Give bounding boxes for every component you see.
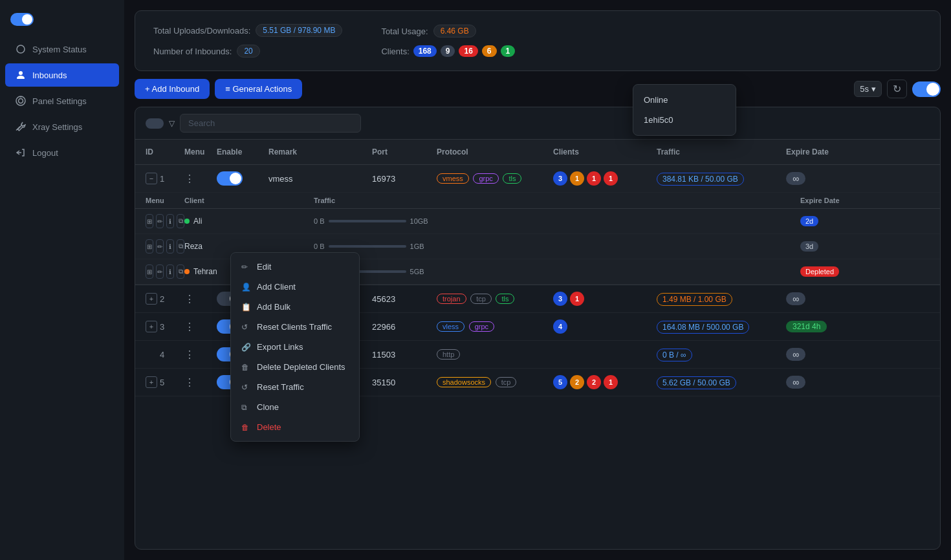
expire-badge-3: 321d 4h <box>786 321 827 332</box>
tooltip-1ehi5c0: 1ehi5c0 <box>633 110 736 130</box>
sidebar-item-inbounds[interactable]: Inbounds <box>5 63 119 87</box>
client-count-9[interactable]: 9 <box>441 45 455 57</box>
info-icon[interactable]: ℹ <box>166 264 174 279</box>
general-actions-button[interactable]: ≡ General Actions <box>215 79 302 99</box>
traffic-value-5: 5.62 GB / 50.00 GB <box>657 376 736 389</box>
toolbar: + Add Inbound ≡ General Actions 5s ▾ ↻ <box>135 79 941 99</box>
info-icon[interactable]: ℹ <box>166 214 174 228</box>
sidebar-item-panel-settings[interactable]: Panel Settings <box>5 89 119 113</box>
copy-icon[interactable]: ⧉ <box>177 214 184 228</box>
menu-btn-3[interactable]: ⋮ <box>184 321 217 333</box>
tag-tls: tls <box>503 173 521 184</box>
interval-value: 5s <box>860 84 869 94</box>
sub-header: Menu Client Traffic Expire Date <box>135 193 940 209</box>
cc-1b: 1 <box>587 171 601 186</box>
filter-icon: ▽ <box>169 119 175 128</box>
menu-export-links[interactable]: 🔗 Export Links <box>231 337 359 357</box>
search-input[interactable] <box>180 114 361 133</box>
menu-add-client[interactable]: 👤 Add Client <box>231 277 359 297</box>
menu-delete[interactable]: 🗑 Delete <box>231 417 359 437</box>
traffic-3: 164.08 MB / 500.00 GB <box>657 322 786 332</box>
stats-left: Total Uploads/Downloads: 5.51 GB / 978.9… <box>153 24 342 58</box>
cc-5: 5 <box>553 375 567 389</box>
add-inbound-button[interactable]: + Add Inbound <box>135 79 210 99</box>
toggle-1[interactable] <box>217 171 268 186</box>
copy-icon[interactable]: ⧉ <box>177 239 184 253</box>
filter-toggle[interactable] <box>146 118 164 129</box>
client-count-6[interactable]: 6 <box>482 45 497 57</box>
expire-4: ∞ <box>786 348 877 361</box>
expand-btn-1[interactable]: − <box>146 173 157 184</box>
depleted-badge-tehran: Depleted <box>800 266 839 277</box>
user-icon <box>16 70 26 80</box>
tag-grpc: grpc <box>473 173 498 184</box>
sidebar-item-logout[interactable]: Logout <box>5 141 119 164</box>
refresh-button[interactable]: ↻ <box>887 80 907 98</box>
delete-depleted-icon: 🗑 <box>241 363 252 372</box>
edit-icon[interactable]: ✏ <box>156 264 164 279</box>
delete-icon: 🗑 <box>241 423 252 432</box>
search-row: ▽ <box>135 107 940 140</box>
port-5: 35150 <box>372 378 437 387</box>
info-icon[interactable]: ℹ <box>166 239 174 253</box>
menu-reset-traffic-label: Reset Traffic <box>257 382 304 392</box>
qr-icon[interactable]: ⊞ <box>146 264 153 279</box>
menu-delete-depleted[interactable]: 🗑 Delete Depleted Clients <box>231 357 359 377</box>
sub-col-traffic: Traffic <box>314 197 800 204</box>
clients-3: 4 <box>553 319 657 334</box>
menu-clone[interactable]: ⧉ Clone <box>231 397 359 417</box>
sub-col-expire: Expire Date <box>800 197 930 204</box>
cc-3: 3 <box>553 171 567 186</box>
col-enable: Enable <box>217 145 268 159</box>
traffic-tehran: 0 B 5GB <box>314 268 800 275</box>
menu-add-bulk[interactable]: 📋 Add Bulk <box>231 297 359 317</box>
expire-tehran: Depleted <box>800 267 930 276</box>
edit-icon[interactable]: ✏ <box>156 214 164 228</box>
menu-btn-1[interactable]: ⋮ <box>184 173 217 185</box>
menu-reset-traffic[interactable]: ↺ Reset Traffic <box>231 377 359 397</box>
auto-refresh-toggle[interactable] <box>912 81 941 97</box>
traffic-ali: 0 B 10GB <box>314 217 800 225</box>
interval-select[interactable]: 5s ▾ <box>854 81 882 97</box>
sub-col-menu: Menu <box>146 197 184 204</box>
row-id-2: + 2 <box>146 293 184 305</box>
traffic-4: 0 B / ∞ <box>657 350 786 360</box>
cc-1d: 1 <box>570 292 584 306</box>
inbounds-count: 20 <box>237 45 259 58</box>
sidebar-item-xray-settings[interactable]: Xray Settings <box>5 115 119 138</box>
cc-1e: 1 <box>604 375 618 389</box>
sub-icons-reza: ⊞ ✏ ℹ ⧉ <box>146 239 184 253</box>
circle-icon <box>16 44 26 54</box>
protocol-4: http <box>437 349 553 360</box>
col-port: Port <box>372 145 437 159</box>
table-header: ID Menu Enable Remark Port Protocol Clie… <box>135 140 940 165</box>
port-4: 11503 <box>372 350 437 360</box>
menu-btn-4[interactable]: ⋮ <box>184 349 217 361</box>
tag-ss: shadowsocks <box>437 377 491 387</box>
expire-badge-ali: 2d <box>800 216 818 226</box>
expand-btn-3[interactable]: + <box>146 321 157 332</box>
menu-btn-5[interactable]: ⋮ <box>184 376 217 389</box>
expand-btn-2[interactable]: + <box>146 293 157 305</box>
copy-icon[interactable]: ⧉ <box>177 264 184 279</box>
qr-icon[interactable]: ⊞ <box>146 214 153 228</box>
cc-2b: 2 <box>587 375 601 389</box>
stats-right: Total Usage: 6.46 GB Clients: 168 9 16 6… <box>381 25 922 57</box>
qr-icon[interactable]: ⊞ <box>146 239 153 253</box>
sub-col-client: Client <box>184 197 314 204</box>
traffic-1: 384.81 KB / 50.00 GB <box>657 174 786 184</box>
online-dot-tehran <box>184 269 190 274</box>
expire-ali: 2d <box>800 217 930 226</box>
client-count-1[interactable]: 1 <box>501 45 516 57</box>
menu-edit[interactable]: ✏ Edit <box>231 257 359 277</box>
sidebar-item-system-status[interactable]: System Status <box>5 38 119 61</box>
uploads-label: Total Uploads/Downloads: <box>153 26 250 36</box>
client-count-16[interactable]: 16 <box>459 45 477 57</box>
client-count-168[interactable]: 168 <box>413 45 437 57</box>
theme-toggle[interactable] <box>10 13 34 26</box>
expand-btn-5[interactable]: + <box>146 376 157 388</box>
edit-icon[interactable]: ✏ <box>156 239 164 253</box>
menu-btn-2[interactable]: ⋮ <box>184 293 217 305</box>
menu-reset-clients-traffic[interactable]: ↺ Reset Clients Traffic <box>231 317 359 337</box>
traffic-2: 1.49 MB / 1.00 GB <box>657 294 786 304</box>
